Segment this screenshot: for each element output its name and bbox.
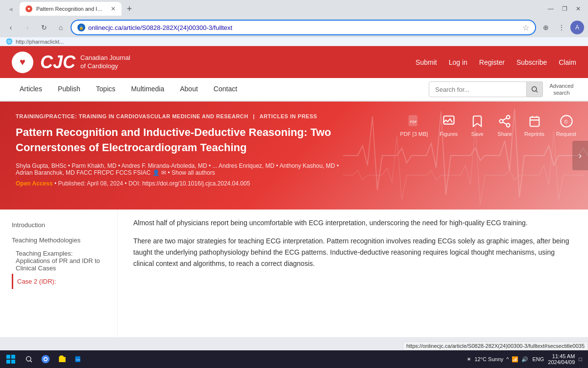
figures-action[interactable]: Figures <box>440 113 458 137</box>
outlook-icon: Oo <box>74 355 83 364</box>
pdf-action[interactable]: PDF PDF [3 MB] <box>400 113 428 137</box>
svg-point-7 <box>507 124 510 127</box>
sidebar-teaching-label: Teaching Methodologies <box>12 237 80 244</box>
author-enriquez[interactable]: Andres Enriquez, MD <box>219 162 274 169</box>
taskbar-files-icon[interactable] <box>55 352 70 366</box>
taskbar-search-icon[interactable] <box>22 352 36 366</box>
search-icon <box>531 85 539 93</box>
advanced-search-link[interactable]: Advanced search <box>547 82 576 97</box>
breadcrumb-part2[interactable]: ARTICLES IN PRESS <box>259 113 317 119</box>
author-baranchuk[interactable]: Adrian Baranchuk, MD FACC FRCPC FCCS FSI… <box>16 169 150 176</box>
reprints-action[interactable]: Reprints <box>524 113 544 137</box>
sidebar-item-introduction[interactable]: Introduction <box>12 217 105 233</box>
header-login-link[interactable]: Log in <box>449 58 467 66</box>
show-all-authors-link[interactable]: Show all authors <box>172 169 215 176</box>
sidebar-item-teaching-methodologies[interactable]: Teaching Methodologies <box>12 233 105 248</box>
address-text[interactable]: onlinecjc.ca/article/S0828-282X(24)00300… <box>88 24 519 31</box>
svg-rect-15 <box>6 360 10 364</box>
bookmark-star-icon[interactable]: ☆ <box>522 23 529 32</box>
nav-links: Articles Publish Topics Multimedia About… <box>12 78 429 101</box>
browser-tab[interactable]: ♥ Pattern Recognition and Induc... ✕ <box>20 2 122 16</box>
minimize-button[interactable]: — <box>545 3 557 15</box>
request-label: Request <box>556 131 576 137</box>
svg-rect-14 <box>11 355 15 359</box>
svg-rect-10 <box>530 117 539 127</box>
header-submit-link[interactable]: Submit <box>416 58 437 66</box>
weather-icon: ☀ <box>466 356 471 363</box>
back-button[interactable]: ‹ <box>4 21 18 34</box>
taskbar-chrome-icon[interactable] <box>38 352 53 366</box>
maximize-button[interactable]: ❐ <box>559 3 570 15</box>
share-action[interactable]: Share <box>497 113 513 137</box>
browser-menu-button[interactable]: ⋮ <box>555 21 568 34</box>
search-button[interactable] <box>527 81 543 97</box>
author-icons: 👤 ✉ <box>152 169 166 176</box>
notification-icon[interactable]: □ <box>579 356 582 362</box>
heart-icon: ♥ <box>20 56 25 68</box>
author-kashou[interactable]: Anthony Kashou, MD <box>279 162 335 169</box>
tab-back-btn[interactable]: ◀ <box>4 2 18 16</box>
chevron-up-icon[interactable]: ^ <box>506 356 509 362</box>
sidebar-case2-label: Case 2 (IDR): <box>17 278 56 285</box>
nav-publish[interactable]: Publish <box>50 78 88 101</box>
open-access-badge: Open Access <box>16 180 53 187</box>
save-action[interactable]: Save <box>469 113 485 137</box>
svg-point-21 <box>45 358 47 361</box>
address-favicon: 🔒 <box>77 24 85 31</box>
header-right-nav: Submit Log in Register Subscribe Claim <box>416 58 576 66</box>
header-subscribe-link[interactable]: Subscribe <box>516 58 547 66</box>
logo-area: ♥ CJC Canadian Journal of Cardiology <box>12 52 130 73</box>
doi-label: DOI: <box>128 180 141 187</box>
system-tray-icons: ☀ 12°C Sunny ^ 📶 🔊 <box>466 356 528 363</box>
request-icon: © <box>559 113 574 129</box>
doi-link[interactable]: https://doi.org/10.1016/j.cjca.2024.04.0… <box>142 180 250 187</box>
taskbar: Oo ☀ 12°C Sunny ^ 📶 🔊 ENG 11:45 AM 2024/… <box>0 350 588 368</box>
tab-close-button[interactable]: ✕ <box>111 5 116 12</box>
extensions-button[interactable]: ⊕ <box>539 21 553 34</box>
browser-chrome: ◀ ♥ Pattern Recognition and Induc... ✕ +… <box>0 0 588 46</box>
logo-cjc-text[interactable]: CJC <box>40 52 75 73</box>
time-display: 11:45 AM <box>548 353 575 359</box>
authors-text: Shyla Gupta, BHSc • Parm Khakh, MD • And… <box>16 162 219 169</box>
language-label: ENG <box>532 356 544 362</box>
header-claim-link[interactable]: Claim <box>559 58 576 66</box>
status-bar-url: https://onlinecjc.ca/article/S0828-282X(… <box>403 342 588 350</box>
sidebar-introduction-label: Introduction <box>12 221 45 229</box>
home-button[interactable]: ⌂ <box>54 21 68 34</box>
browser-titlebar: ◀ ♥ Pattern Recognition and Induc... ✕ +… <box>0 0 588 18</box>
taskbar-outlook-icon[interactable]: Oo <box>72 352 86 366</box>
svg-text:©: © <box>564 119 568 125</box>
svg-point-5 <box>507 115 510 119</box>
content-area: Introduction Teaching Methodologies Teac… <box>0 210 588 337</box>
tab-favicon: ♥ <box>25 5 32 12</box>
sidebar-item-case2[interactable]: Case 2 (IDR): <box>12 274 105 289</box>
search-input[interactable] <box>429 81 527 97</box>
site-header: ♥ CJC Canadian Journal of Cardiology Sub… <box>0 46 588 78</box>
weather-text: 12°C Sunny <box>474 356 503 362</box>
nav-articles[interactable]: Articles <box>12 78 50 101</box>
breadcrumb-separator: | <box>253 113 256 119</box>
show-all-sep: • <box>168 169 172 176</box>
taskbar-right: ☀ 12°C Sunny ^ 📶 🔊 ENG 11:45 AM 2024/04/… <box>466 353 586 365</box>
svg-text:Oo: Oo <box>76 358 80 361</box>
sidebar-item-teaching-examples[interactable]: Teaching Examples: Applications of PR an… <box>12 248 105 274</box>
header-register-link[interactable]: Register <box>479 58 505 66</box>
article-title: Pattern Recognition and Inductive-Deduct… <box>16 125 349 156</box>
request-action[interactable]: © Request <box>556 113 576 137</box>
nav-about[interactable]: About <box>172 78 206 101</box>
profile-button[interactable]: A <box>570 21 584 34</box>
refresh-button[interactable]: ↻ <box>37 21 51 34</box>
forward-button[interactable]: › <box>21 21 34 34</box>
nav-topics[interactable]: Topics <box>88 78 123 101</box>
svg-point-0 <box>532 87 537 91</box>
start-button[interactable] <box>2 352 20 366</box>
search-taskbar-icon <box>25 355 33 363</box>
svg-rect-16 <box>11 360 15 364</box>
new-tab-button[interactable]: + <box>123 3 135 15</box>
address-bar[interactable]: 🔒 onlinecjc.ca/article/S0828-282X(24)003… <box>71 20 536 35</box>
hero-next-arrow[interactable]: › <box>572 141 588 170</box>
nav-contact[interactable]: Contact <box>206 78 245 101</box>
close-button[interactable]: ✕ <box>572 3 584 15</box>
nav-multimedia[interactable]: Multimedia <box>123 78 172 101</box>
author-bullet: • <box>276 162 278 169</box>
